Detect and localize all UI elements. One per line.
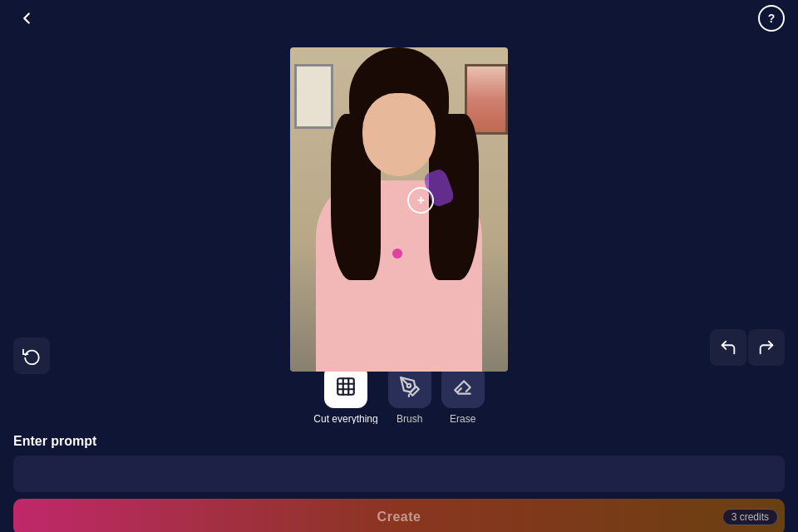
redo-button[interactable]	[748, 329, 785, 366]
tool-erase[interactable]: Erase	[441, 365, 485, 425]
help-button[interactable]: ?	[758, 5, 785, 32]
create-button-wrapper: Create 3 credits	[13, 499, 785, 532]
prompt-input-wrapper	[13, 456, 785, 492]
erase-label: Erase	[450, 413, 475, 425]
svg-rect-0	[337, 378, 354, 395]
prompt-input[interactable]	[13, 456, 785, 492]
main-image-area	[0, 37, 798, 382]
brush-label: Brush	[397, 413, 422, 425]
frame-photo	[467, 66, 505, 133]
prompt-area: Enter prompt Create 3 credits	[0, 424, 798, 532]
prompt-label: Enter prompt	[13, 434, 785, 449]
paint-dot	[392, 249, 402, 259]
create-button[interactable]: Create	[13, 499, 785, 532]
credits-badge: 3 credits	[722, 509, 778, 525]
undo-button[interactable]	[710, 329, 746, 366]
header: ?	[0, 0, 798, 37]
toolbar: Cut everything Brush Erase	[0, 366, 798, 424]
cut-everything-label: Cut everything	[313, 413, 377, 425]
back-button[interactable]	[13, 5, 40, 32]
frame-left	[294, 64, 333, 129]
image-container[interactable]	[290, 47, 508, 372]
cursor-circle	[407, 187, 434, 214]
face	[362, 93, 436, 176]
tool-cut-everything[interactable]: Cut everything	[313, 365, 377, 425]
help-icon: ?	[768, 12, 776, 25]
svg-line-7	[458, 388, 461, 392]
svg-point-5	[406, 384, 410, 387]
tool-brush[interactable]: Brush	[388, 365, 431, 425]
